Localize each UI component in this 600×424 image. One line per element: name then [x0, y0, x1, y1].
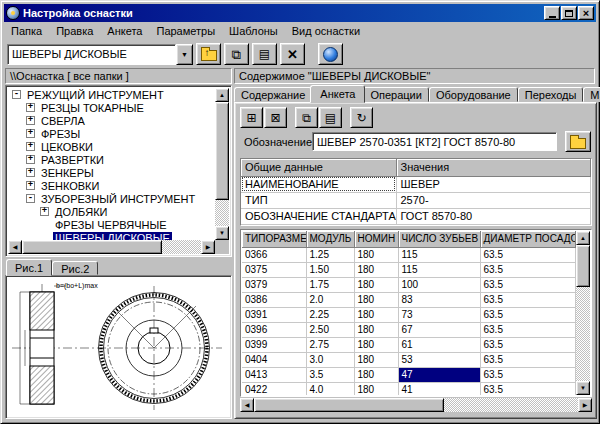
- maximize-button[interactable]: [561, 6, 577, 20]
- cell[interactable]: 180: [354, 367, 398, 382]
- scroll-left-button[interactable]: ◀: [8, 240, 22, 254]
- table-row[interactable]: 03791.7518010063.5: [242, 277, 576, 292]
- cell[interactable]: 63.5: [480, 262, 576, 277]
- table-vertical-scrollbar[interactable]: ▲ ▼: [576, 231, 590, 395]
- table-horizontal-scrollbar[interactable]: ◀ ▶: [240, 398, 592, 412]
- delete-record-button[interactable]: ⊠: [264, 107, 287, 128]
- tab-operatsii[interactable]: Операции: [363, 87, 428, 102]
- close-button[interactable]: ×: [578, 6, 594, 20]
- property-value-cell[interactable]: ГОСТ 8570-80: [396, 208, 591, 224]
- expand-icon[interactable]: +: [26, 181, 35, 190]
- copy-record-button[interactable]: ⧉: [295, 107, 318, 128]
- scroll-down-button[interactable]: ▼: [215, 226, 229, 240]
- tab-ris1[interactable]: Рис.1: [6, 259, 52, 276]
- delete-button[interactable]: ✕: [280, 43, 305, 65]
- tree-item-zenkovki[interactable]: +ЗЕНКОВКИ: [8, 179, 215, 192]
- cell[interactable]: 63.5: [480, 322, 576, 337]
- cell[interactable]: 0422: [242, 382, 306, 395]
- cell[interactable]: 67: [398, 322, 480, 337]
- cell[interactable]: 0396: [242, 322, 306, 337]
- cell[interactable]: 4.0: [306, 382, 354, 395]
- table-row[interactable]: 04043.01805363.5: [242, 352, 576, 367]
- cell[interactable]: 63.5: [480, 352, 576, 367]
- tree-item-sverla[interactable]: +СВЕРЛА: [8, 114, 215, 127]
- scrollbar-thumb[interactable]: [215, 102, 229, 200]
- designation-field[interactable]: ШЕВЕР 2570-0351 [КТ2] ГОСТ 8570-80: [312, 132, 557, 151]
- cell[interactable]: 1.25: [306, 247, 354, 262]
- table-row[interactable]: 03912.251807363.5: [242, 307, 576, 322]
- expand-icon[interactable]: +: [26, 168, 35, 177]
- cell[interactable]: 180: [354, 307, 398, 322]
- folder-combo-value[interactable]: ШЕВЕРЫ ДИСКОВЫЕ: [7, 44, 176, 65]
- cell[interactable]: 180: [354, 262, 398, 277]
- cell[interactable]: 63.5: [480, 337, 576, 352]
- cell[interactable]: 73: [398, 307, 480, 322]
- cell[interactable]: 2.0: [306, 292, 354, 307]
- collapse-icon[interactable]: -: [26, 194, 35, 203]
- table-row[interactable]: 04224.01804163.5: [242, 382, 576, 395]
- col-chislo-zubev[interactable]: ЧИСЛО ЗУБЬЕВ: [398, 231, 480, 247]
- cell[interactable]: 0386: [242, 292, 306, 307]
- cell[interactable]: 100: [398, 277, 480, 292]
- cell[interactable]: 2.25: [306, 307, 354, 322]
- cell[interactable]: 53: [398, 352, 480, 367]
- titlebar[interactable]: Настройка оснастки ×: [4, 4, 596, 22]
- menu-papka[interactable]: Папка: [4, 23, 49, 39]
- tree-horizontal-scrollbar[interactable]: ◀ ▶: [8, 240, 215, 254]
- selected-cell[interactable]: 47: [398, 367, 480, 382]
- col-modul[interactable]: МОДУЛЬ: [306, 231, 354, 247]
- cell[interactable]: 0413: [242, 367, 306, 382]
- cell[interactable]: 115: [398, 262, 480, 277]
- scroll-down-button[interactable]: ▼: [576, 381, 590, 395]
- new-record-button[interactable]: ⊞: [240, 107, 263, 128]
- paste-button[interactable]: ▤: [252, 43, 277, 65]
- cell[interactable]: 63.5: [480, 277, 576, 292]
- tree-item-zenkery[interactable]: +ЗЕНКЕРЫ: [8, 166, 215, 179]
- cell[interactable]: 63.5: [480, 247, 576, 262]
- cell[interactable]: 2.75: [306, 337, 354, 352]
- paste-record-button[interactable]: ▤: [319, 107, 342, 128]
- scroll-up-button[interactable]: ▲: [215, 88, 229, 102]
- cell[interactable]: 63.5: [480, 292, 576, 307]
- cell[interactable]: 180: [354, 247, 398, 262]
- copy-button[interactable]: ⧉: [224, 43, 249, 65]
- combo-dropdown-button[interactable]: ▼: [176, 44, 193, 65]
- cell[interactable]: 63.5: [480, 307, 576, 322]
- expand-icon[interactable]: +: [26, 116, 35, 125]
- tree-item-frezy-chervyachnye[interactable]: ФРЕЗЫ ЧЕРВЯЧНЫЕ: [8, 218, 215, 231]
- cell[interactable]: 1.50: [306, 262, 354, 277]
- cell[interactable]: 115: [398, 247, 480, 262]
- scrollbar-thumb[interactable]: [576, 245, 590, 287]
- cell[interactable]: 2.50: [306, 322, 354, 337]
- cell[interactable]: 180: [354, 277, 398, 292]
- tree-item-dolbyaki[interactable]: +ДОЛБЯКИ: [8, 205, 215, 218]
- tree-item-shevery-diskovye[interactable]: ШЕВЕРЫ ДИСКОВЫЕ: [8, 231, 215, 240]
- view-model-button[interactable]: [318, 43, 343, 65]
- expand-icon[interactable]: +: [26, 129, 35, 138]
- cell[interactable]: 0366: [242, 247, 306, 262]
- cell[interactable]: 180: [354, 337, 398, 352]
- cell[interactable]: 61: [398, 337, 480, 352]
- property-name-cell[interactable]: ОБОЗНАЧЕНИЕ СТАНДАРТА: [241, 208, 396, 224]
- cell[interactable]: 0379: [242, 277, 306, 292]
- menu-anketa[interactable]: Анкета: [100, 23, 149, 39]
- open-folder-button[interactable]: [565, 131, 591, 152]
- cell[interactable]: 180: [354, 292, 398, 307]
- cell[interactable]: 83: [398, 292, 480, 307]
- property-value-cell[interactable]: 2570-: [396, 192, 591, 208]
- cell[interactable]: 3.5: [306, 367, 354, 382]
- table-row[interactable]: 03862.01808363.5: [242, 292, 576, 307]
- tree-item-tsekovki[interactable]: +ЦЕКОВКИ: [8, 140, 215, 153]
- table-row[interactable]: 03992.751806163.5: [242, 337, 576, 352]
- expand-icon[interactable]: +: [40, 207, 49, 216]
- scroll-left-button[interactable]: ◀: [240, 398, 254, 412]
- cell[interactable]: 63.5: [480, 367, 576, 382]
- tab-materialy[interactable]: Материалы: [583, 87, 600, 102]
- property-name-cell[interactable]: ТИП: [241, 192, 396, 208]
- property-value-cell[interactable]: ШЕВЕР: [396, 176, 591, 192]
- tree-vertical-scrollbar[interactable]: ▲ ▼: [215, 88, 229, 240]
- table-row[interactable]: 04133.51804763.5: [242, 367, 576, 382]
- table-row[interactable]: 03962.501806763.5: [242, 322, 576, 337]
- cell[interactable]: 180: [354, 352, 398, 367]
- cell[interactable]: 0391: [242, 307, 306, 322]
